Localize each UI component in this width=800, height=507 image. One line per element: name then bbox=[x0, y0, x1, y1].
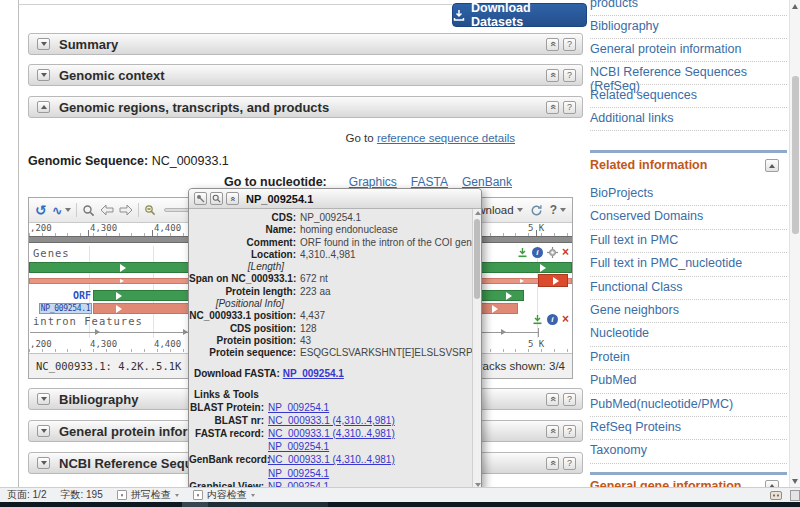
jump-top-button[interactable]: « bbox=[546, 425, 559, 438]
sidebar-link[interactable]: PubMed(nucleotide/PMC) bbox=[590, 394, 787, 417]
help-button[interactable]: ? bbox=[563, 425, 576, 438]
help-button[interactable]: ? bbox=[563, 69, 576, 82]
jump-top-button[interactable]: « bbox=[546, 457, 559, 470]
sidebar-link[interactable]: Conserved Domains bbox=[590, 206, 787, 229]
help-button[interactable]: ? bbox=[563, 457, 576, 470]
collapse-section-button[interactable] bbox=[765, 159, 779, 172]
graphics-link[interactable]: Graphics bbox=[349, 175, 397, 189]
chevrons-up-icon: « bbox=[548, 72, 558, 78]
highlighted-cds-segment[interactable] bbox=[538, 274, 568, 287]
spellcheck-control[interactable]: 拼写检查 bbox=[117, 488, 179, 502]
sidebar-link[interactable]: Full text in PMC bbox=[590, 230, 787, 253]
help-button[interactable]: ? bbox=[563, 101, 576, 114]
track-settings-icon[interactable] bbox=[547, 247, 558, 258]
sidebar-link[interactable]: Full text in PMC_nucleotide bbox=[590, 253, 787, 276]
popup-field-label: CDS: bbox=[189, 212, 300, 224]
section-genomic-regions[interactable]: Genomic regions, transcripts, and produc… bbox=[28, 96, 583, 118]
sidebar-link[interactable]: Related sequences bbox=[590, 85, 787, 108]
scroll-up-icon[interactable] bbox=[792, 4, 798, 9]
popup-link[interactable]: NP_009254.1 bbox=[268, 467, 329, 480]
sidebar-link[interactable]: Gene neighbors bbox=[590, 300, 787, 323]
popup-link[interactable]: NC_000933.1 (4,310..4,981) bbox=[268, 453, 395, 466]
sidebar-scrollbar[interactable] bbox=[789, 0, 800, 487]
popup-field-value: 223 aa bbox=[300, 286, 331, 298]
section-summary[interactable]: Summary «? bbox=[28, 33, 583, 55]
download-datasets-button[interactable]: Download Datasets bbox=[452, 3, 587, 27]
scroll-thumb[interactable] bbox=[792, 76, 799, 234]
sidebar-link[interactable]: NCBI Reference Sequences (RefSeq) bbox=[590, 62, 787, 85]
scroll-down-icon[interactable] bbox=[792, 479, 798, 484]
scroll-up-icon[interactable] bbox=[475, 211, 481, 215]
taskbar-strip bbox=[0, 502, 800, 507]
zoom-out-icon[interactable] bbox=[144, 204, 156, 216]
section-genomic-context[interactable]: Genomic context «? bbox=[28, 64, 583, 86]
sidebar-link[interactable]: Protein bbox=[590, 347, 787, 370]
sidebar-link[interactable]: products bbox=[590, 0, 787, 16]
popup-link[interactable]: NC_000933.1 (4,310..4,981) bbox=[268, 414, 395, 427]
viewer-help-menu[interactable]: ? bbox=[550, 203, 566, 217]
track-download-icon[interactable] bbox=[532, 314, 543, 325]
scroll-thumb[interactable] bbox=[474, 219, 480, 299]
sidebar-link[interactable]: PubMed bbox=[590, 370, 787, 393]
collapse-icon[interactable]: « bbox=[226, 192, 239, 205]
partial-icon[interactable] bbox=[790, 490, 800, 501]
genbank-link[interactable]: GenBank bbox=[462, 175, 512, 189]
contentcheck-control[interactable]: 内容检查 bbox=[193, 488, 255, 502]
collapse-toggle-icon[interactable] bbox=[37, 457, 50, 469]
sidebar-link[interactable]: Functional Class bbox=[590, 277, 787, 300]
help-button[interactable]: ? bbox=[563, 393, 576, 406]
pan-tool-icon[interactable] bbox=[82, 204, 95, 217]
pin-icon[interactable] bbox=[194, 192, 207, 205]
sidebar-link[interactable]: General protein information bbox=[590, 39, 787, 62]
popup-link-label: BLAST nr: bbox=[189, 414, 268, 427]
taskbar-segment bbox=[182, 502, 208, 507]
spellcheck-icon bbox=[117, 490, 127, 500]
collapse-toggle-icon[interactable] bbox=[37, 69, 50, 81]
sidebar-divider bbox=[590, 472, 787, 475]
sidebar-link[interactable]: Bibliography bbox=[590, 16, 787, 39]
popup-link[interactable]: NP_009254.1 bbox=[268, 401, 329, 414]
fasta-link[interactable]: FASTA bbox=[411, 175, 448, 189]
collapse-toggle-icon[interactable] bbox=[37, 425, 50, 437]
collapse-toggle-icon[interactable] bbox=[37, 38, 50, 50]
track-close-icon[interactable]: × bbox=[562, 314, 569, 325]
track-download-icon[interactable] bbox=[517, 247, 528, 258]
help-button[interactable]: ? bbox=[563, 38, 576, 51]
popup-link[interactable]: NC_000933.1 (4,310..4,981) bbox=[268, 427, 395, 440]
jump-top-button[interactable]: « bbox=[546, 393, 559, 406]
pan-left-icon[interactable] bbox=[100, 204, 114, 216]
jump-top-button[interactable]: « bbox=[546, 69, 559, 82]
popup-field-label: Location: bbox=[189, 249, 300, 261]
genomic-sequence-label: Genomic Sequence: bbox=[28, 154, 148, 168]
genomic-sequence-row: Genomic Sequence: NC_000933.1 bbox=[28, 154, 229, 168]
sidebar-link[interactable]: Nucleotide bbox=[590, 323, 787, 346]
flip-strands-icon[interactable]: ∿ bbox=[52, 203, 71, 218]
track-close-icon[interactable]: × bbox=[562, 247, 569, 258]
popup-header[interactable]: « NP_009254.1 bbox=[189, 189, 481, 209]
track-info-icon[interactable]: i bbox=[532, 247, 543, 258]
np-feature-label-selected[interactable]: NP_009254.1 bbox=[39, 303, 92, 314]
assistant-icon[interactable] bbox=[770, 491, 782, 500]
zoom-to-icon[interactable] bbox=[210, 192, 223, 205]
popup-field-label: Comment: bbox=[189, 237, 300, 249]
collapse-toggle-icon[interactable] bbox=[37, 393, 50, 405]
popup-field: Name:homing endonuclease bbox=[189, 224, 472, 236]
refresh-icon[interactable] bbox=[530, 204, 543, 217]
collapse-toggle-icon[interactable] bbox=[37, 101, 50, 113]
sidebar-link[interactable]: RefSeq Proteins bbox=[590, 417, 787, 440]
download-fasta-link[interactable]: NP_009254.1 bbox=[283, 368, 344, 379]
popup-scrollbar[interactable] bbox=[472, 209, 481, 489]
pan-right-icon[interactable] bbox=[119, 204, 133, 216]
goto-nucleotide-label: Go to nucleotide: bbox=[224, 175, 327, 189]
chevrons-up-icon: « bbox=[548, 104, 558, 110]
sidebar-link[interactable]: BioProjects bbox=[590, 183, 787, 206]
sidebar-link[interactable]: Additional links bbox=[590, 108, 787, 131]
popup-field-label: Span on NC_000933.1: bbox=[189, 273, 300, 285]
jump-top-button[interactable]: « bbox=[546, 101, 559, 114]
popup-link[interactable]: NP_009254.1 bbox=[268, 440, 329, 453]
jump-top-button[interactable]: « bbox=[546, 38, 559, 51]
undo-history-icon[interactable]: ↺ bbox=[35, 203, 47, 217]
reference-sequence-details-link[interactable]: reference sequence details bbox=[377, 132, 515, 144]
track-info-icon[interactable]: i bbox=[547, 314, 558, 325]
sidebar-link[interactable]: Taxonomy bbox=[590, 440, 787, 463]
